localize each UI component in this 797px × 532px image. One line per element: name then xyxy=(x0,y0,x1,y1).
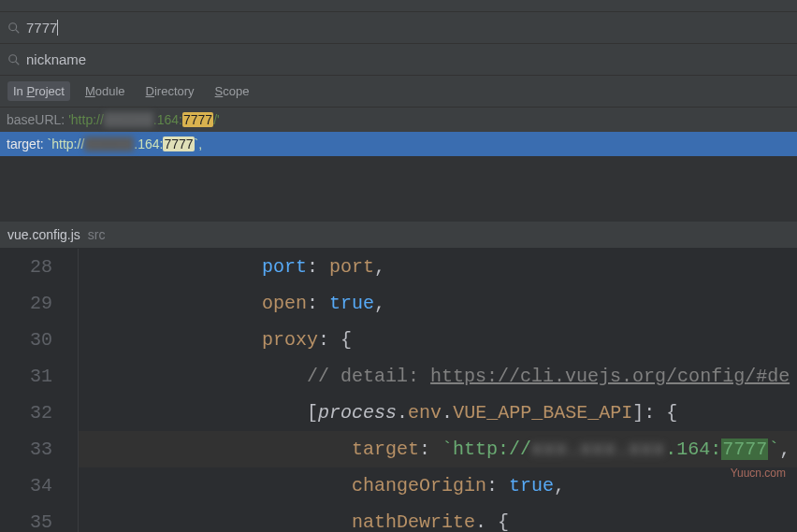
watermark: Yuucn.com xyxy=(731,467,786,480)
line-number: 33 xyxy=(0,431,52,467)
result-row[interactable]: baseURL: 'http://xxx.164:7777/' xyxy=(0,108,797,132)
results-list: baseURL: 'http://xxx.164:7777/'target: `… xyxy=(0,108,797,156)
replace-row xyxy=(0,44,797,76)
gutter: 2829303132333435 xyxy=(0,249,79,532)
code-line[interactable]: open: true, xyxy=(79,285,797,322)
scope-scope[interactable]: Scope xyxy=(210,81,255,101)
search-icon xyxy=(7,22,21,35)
code-line[interactable]: port: port, xyxy=(79,249,797,285)
svg-point-2 xyxy=(9,54,17,62)
code-line[interactable]: changeOrigin: true, xyxy=(79,467,797,504)
file-name: vue.config.js xyxy=(7,227,80,242)
editor[interactable]: 2829303132333435 port: port, open: true,… xyxy=(0,249,797,532)
top-bar xyxy=(0,0,797,12)
code-line[interactable]: target: `http://xxx.xxx.xxx.164:7777`, xyxy=(79,431,797,467)
svg-line-3 xyxy=(16,61,20,65)
line-number: 34 xyxy=(0,467,52,504)
code-area[interactable]: port: port, open: true, proxy: { // deta… xyxy=(79,249,797,532)
scope-bar: In Project Module Directory Scope xyxy=(0,76,797,108)
scope-directory[interactable]: Directory xyxy=(140,81,200,101)
code-line[interactable]: [process.env.VUE_APP_BASE_API]: { xyxy=(79,395,797,431)
code-line[interactable]: // detail: https://cli.vuejs.org/config/… xyxy=(79,358,797,395)
code-line[interactable]: proxy: { xyxy=(79,322,797,358)
code-line[interactable]: nathDewrite. { xyxy=(79,504,797,532)
replace-icon xyxy=(7,53,21,66)
line-number: 29 xyxy=(0,285,52,322)
replace-input[interactable] xyxy=(26,51,790,67)
results-gap xyxy=(0,156,797,222)
result-row[interactable]: target: `http://xxx.164:7777`, xyxy=(0,132,797,156)
line-number: 28 xyxy=(0,249,52,285)
svg-point-0 xyxy=(9,22,17,30)
file-path: src xyxy=(88,227,106,242)
line-number: 30 xyxy=(0,322,52,358)
line-number: 31 xyxy=(0,358,52,395)
scope-in-project[interactable]: In Project xyxy=(7,81,70,101)
line-number: 35 xyxy=(0,504,52,532)
svg-line-1 xyxy=(16,29,20,33)
line-number: 32 xyxy=(0,395,52,431)
find-input[interactable] xyxy=(26,20,58,36)
file-tab[interactable]: vue.config.js src xyxy=(0,222,797,249)
find-row xyxy=(0,12,797,44)
scope-module[interactable]: Module xyxy=(80,81,131,101)
